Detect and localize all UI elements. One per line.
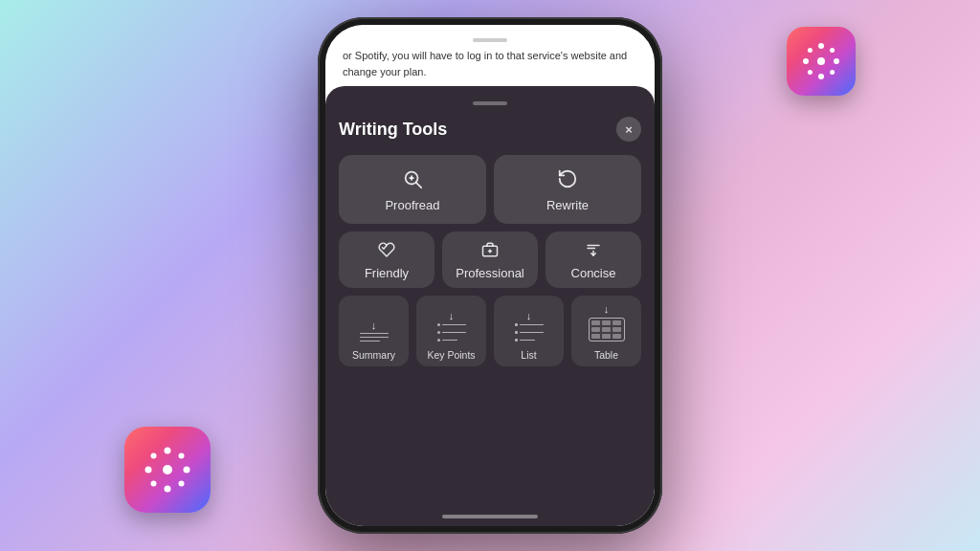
concise-label: Concise	[571, 266, 616, 280]
list-button[interactable]: ↓	[494, 296, 564, 366]
keypoints-arrow-icon: ↓	[434, 310, 470, 321]
svg-point-14	[808, 48, 813, 53]
friendly-icon	[378, 241, 395, 261]
table-label: Table	[594, 349, 618, 361]
professional-icon	[481, 241, 499, 261]
svg-point-19	[165, 448, 171, 454]
medium-buttons-row: Friendly Professional	[339, 231, 641, 288]
table-cell	[612, 327, 621, 332]
doc-line	[360, 337, 389, 339]
list-bullet	[515, 331, 518, 334]
doc-line	[442, 340, 458, 342]
ai-icon-top-right	[787, 27, 856, 96]
svg-point-24	[179, 481, 185, 487]
table-cell	[602, 320, 611, 325]
table-cell	[591, 334, 600, 339]
sheet-title: Writing Tools	[339, 120, 447, 140]
phone-frame: or Spotify, you will have to log in to t…	[318, 17, 662, 534]
concise-icon	[585, 241, 602, 261]
bullet	[437, 339, 440, 342]
svg-point-26	[179, 453, 185, 459]
svg-point-17	[830, 48, 835, 53]
small-buttons-row: ↓ Summary ↓	[339, 296, 641, 366]
summary-doc-icon: ↓	[356, 303, 392, 345]
background-text: or Spotify, you will have to log in to t…	[343, 48, 637, 79]
table-cell	[602, 327, 611, 332]
svg-point-18	[817, 57, 825, 65]
rewrite-label: Rewrite	[546, 198, 589, 212]
table-cell	[612, 320, 621, 325]
table-arrow-icon: ↓	[604, 303, 610, 315]
doc-line	[442, 324, 466, 326]
professional-button[interactable]: Professional	[442, 231, 538, 288]
svg-point-20	[165, 486, 171, 493]
ai-symbol-bottom-left	[143, 445, 192, 495]
list-label: List	[521, 349, 536, 361]
svg-point-16	[808, 70, 813, 75]
bullet	[437, 323, 440, 326]
summary-label: Summary	[352, 349, 395, 361]
svg-point-25	[151, 481, 157, 487]
table-cell	[591, 320, 600, 325]
doc-line	[520, 324, 544, 326]
table-cell	[602, 334, 611, 339]
rewrite-icon	[557, 168, 578, 192]
svg-point-12	[803, 58, 809, 64]
home-indicator	[442, 515, 538, 518]
list-bullet	[515, 339, 518, 342]
doc-line	[520, 340, 536, 342]
list-doc-icon: ↓	[511, 303, 547, 345]
table-grid-icon	[589, 318, 625, 342]
professional-label: Professional	[456, 266, 524, 280]
table-button[interactable]: ↓ Table	[571, 296, 641, 366]
list-arrow-icon: ↓	[511, 310, 547, 321]
summary-arrow-icon: ↓	[356, 320, 392, 331]
svg-point-10	[818, 43, 824, 49]
svg-point-21	[145, 467, 152, 474]
keypoints-doc-icon: ↓	[434, 303, 470, 345]
keypoints-lines	[434, 323, 470, 342]
writing-tools-sheet: Writing Tools ×	[325, 86, 655, 526]
svg-point-27	[163, 465, 172, 474]
close-button[interactable]: ×	[616, 117, 641, 142]
summary-button[interactable]: ↓ Summary	[339, 296, 409, 366]
doc-line	[360, 333, 389, 335]
svg-point-13	[834, 58, 839, 64]
bullet	[437, 331, 440, 334]
table-doc-icon: ↓	[589, 303, 625, 345]
friendly-label: Friendly	[365, 266, 409, 280]
summary-lines	[356, 333, 392, 342]
proofread-button[interactable]: Proofread	[339, 155, 486, 224]
keypoints-button[interactable]: ↓	[416, 296, 486, 366]
doc-line	[442, 332, 466, 334]
svg-point-11	[818, 74, 824, 79]
large-buttons-row: Proofread Rewrite	[339, 155, 641, 224]
sheet-header: Writing Tools ×	[339, 117, 641, 142]
ai-symbol-top-right	[801, 41, 841, 81]
close-icon: ×	[625, 122, 633, 137]
friendly-button[interactable]: Friendly	[339, 231, 434, 288]
list-bullet	[515, 323, 518, 326]
svg-point-23	[151, 453, 157, 459]
doc-line	[520, 332, 544, 334]
list-lines	[511, 323, 547, 342]
ai-icon-bottom-left	[124, 427, 211, 513]
proofread-label: Proofread	[385, 198, 439, 212]
keypoints-label: Key Points	[427, 349, 475, 361]
svg-point-15	[830, 70, 835, 75]
rewrite-button[interactable]: Rewrite	[494, 155, 641, 224]
proofread-icon	[402, 168, 423, 192]
table-cell	[612, 334, 621, 339]
drag-handle	[473, 38, 507, 42]
top-content: or Spotify, you will have to log in to t…	[325, 25, 655, 94]
sheet-handle	[473, 101, 507, 105]
svg-point-22	[184, 467, 190, 474]
svg-line-1	[416, 183, 421, 187]
phone-screen: or Spotify, you will have to log in to t…	[325, 25, 655, 526]
table-cell	[591, 327, 600, 332]
doc-line	[360, 341, 380, 342]
concise-button[interactable]: Concise	[546, 231, 641, 288]
